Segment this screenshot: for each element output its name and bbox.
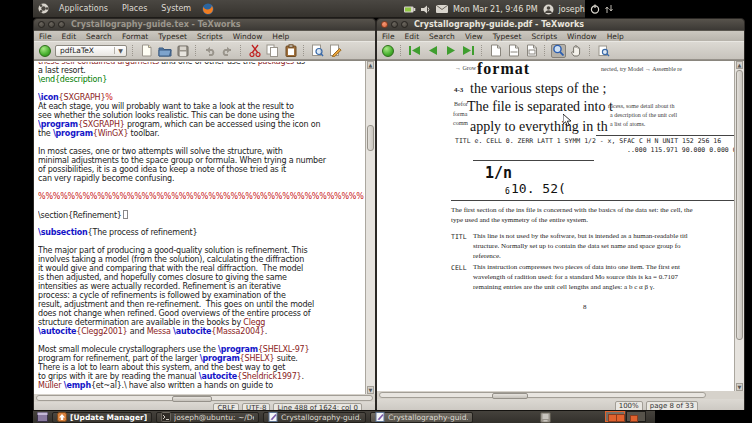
editor-line[interactable]: \subsection{The process of refinement} bbox=[38, 228, 364, 237]
typeset-button[interactable] bbox=[37, 44, 52, 58]
menu-item-typeset[interactable]: Typeset bbox=[153, 32, 192, 41]
clock[interactable]: Mon Mar 21, 9:46 PM bbox=[453, 5, 538, 14]
cut-button[interactable] bbox=[247, 44, 262, 58]
scrollbar-thumb[interactable] bbox=[736, 70, 743, 340]
firefox-icon[interactable] bbox=[202, 3, 214, 15]
scroll-down-arrow[interactable]: ▼ bbox=[736, 383, 743, 391]
editor-line[interactable]: There is a lot to learn about this syste… bbox=[38, 363, 364, 372]
ubuntu-logo-icon[interactable] bbox=[38, 3, 49, 14]
menu-item-format[interactable]: Format bbox=[117, 32, 153, 41]
menu-item-window[interactable]: Window bbox=[228, 32, 268, 41]
minimize-button[interactable] bbox=[391, 21, 398, 28]
scroll-up-arrow[interactable]: ▲ bbox=[736, 61, 743, 69]
menu-item-help[interactable]: Help bbox=[602, 32, 629, 41]
editor-horizontal-scrollbar[interactable] bbox=[34, 394, 375, 402]
editor-text[interactable]: these self-contained arguments and one o… bbox=[38, 62, 364, 390]
editor-line[interactable]: \icon{SXGRAPH}% bbox=[38, 93, 364, 102]
copy-button[interactable] bbox=[265, 44, 280, 58]
save-button[interactable] bbox=[175, 44, 190, 58]
editor-line[interactable]: result, adjustment and then re-refinemen… bbox=[38, 300, 364, 309]
menu-item-search[interactable]: Search bbox=[81, 32, 117, 41]
menu-item-window[interactable]: Window bbox=[562, 32, 602, 41]
close-button[interactable] bbox=[381, 21, 388, 28]
editor-line[interactable] bbox=[38, 84, 364, 93]
editor-line[interactable]: is then adjusted, and hopefully comes cl… bbox=[38, 273, 364, 282]
editor-line[interactable]: At each stage, you will probably want to… bbox=[38, 102, 364, 111]
editor-line[interactable]: The major part of producing a good-quali… bbox=[38, 246, 364, 255]
editor-line[interactable]: to grips with it are by reading the manu… bbox=[38, 372, 364, 381]
minimize-button[interactable] bbox=[48, 21, 55, 28]
tray-icon[interactable] bbox=[540, 412, 551, 423]
paste-button[interactable] bbox=[283, 44, 298, 58]
battery-icon[interactable] bbox=[404, 5, 416, 14]
editor-line[interactable]: process: a cycle of refinements is follo… bbox=[38, 291, 364, 300]
replace-button[interactable] bbox=[328, 44, 343, 58]
editor-line[interactable]: structure determination are available in… bbox=[38, 318, 364, 327]
hand-tool-button[interactable] bbox=[569, 44, 584, 58]
user-menu-icon[interactable] bbox=[543, 4, 554, 15]
editor-line[interactable]: \program{SXGRAPH} program, which can be … bbox=[38, 120, 364, 129]
previous-page-button[interactable] bbox=[425, 44, 440, 58]
editor-line[interactable]: see whether the solution looks realistic… bbox=[38, 111, 364, 120]
actual-size-button[interactable] bbox=[488, 44, 503, 58]
fit-width-button[interactable] bbox=[506, 44, 521, 58]
find-button[interactable] bbox=[310, 44, 325, 58]
hscrollbar-thumb[interactable] bbox=[172, 396, 212, 402]
workspace-1[interactable] bbox=[605, 411, 625, 422]
taskbar-window-button[interactable]: joseph@ubuntu: ~/De... bbox=[156, 412, 259, 423]
editor-line[interactable] bbox=[38, 183, 364, 192]
volume-icon[interactable] bbox=[421, 5, 431, 14]
menu-item-typeset[interactable]: Typeset bbox=[488, 32, 527, 41]
menu-item-edit[interactable]: Edit bbox=[57, 32, 82, 41]
redo-button[interactable] bbox=[220, 44, 235, 58]
editor-content[interactable]: these self-contained arguments and one o… bbox=[34, 60, 375, 394]
menu-item-view[interactable]: View bbox=[460, 32, 488, 41]
menu-item-scripts[interactable]: Scripts bbox=[192, 32, 228, 41]
first-page-button[interactable] bbox=[407, 44, 422, 58]
editor-line[interactable]: it would give and comparing that with th… bbox=[38, 264, 364, 273]
close-button[interactable] bbox=[38, 21, 45, 28]
open-button[interactable] bbox=[157, 44, 172, 58]
editor-line[interactable]: Most small molecule crystallographers us… bbox=[38, 345, 364, 354]
power-icon[interactable] bbox=[590, 4, 600, 14]
pdf-vertical-scrollbar[interactable]: ▲ ▼ bbox=[734, 61, 744, 391]
editor-line[interactable]: Müller \emph{et~al}.\ have also written … bbox=[38, 381, 364, 390]
undo-button[interactable] bbox=[202, 44, 217, 58]
editor-line[interactable]: \autocite{Clegg2001} and Messa \autocite… bbox=[38, 327, 364, 336]
editor-line[interactable]: \end{description} bbox=[38, 75, 364, 84]
magnifier-tool-button[interactable] bbox=[551, 44, 566, 58]
menu-item-applications[interactable]: Applications bbox=[52, 4, 115, 13]
find-button[interactable] bbox=[596, 44, 611, 58]
editor-vertical-scrollbar[interactable]: ▲ ▼ bbox=[365, 61, 375, 394]
fit-window-button[interactable] bbox=[524, 44, 539, 58]
menu-item-search[interactable]: Search bbox=[424, 32, 460, 41]
menu-item-scripts[interactable]: Scripts bbox=[526, 32, 562, 41]
editor-line[interactable]: involves taking a model (from the soluti… bbox=[38, 255, 364, 264]
mail-indicator-icon[interactable] bbox=[436, 5, 448, 13]
scroll-up-arrow[interactable]: ▲ bbox=[367, 61, 374, 69]
last-page-button[interactable] bbox=[461, 44, 476, 58]
editor-line[interactable] bbox=[38, 201, 364, 210]
taskbar-window-button[interactable]: [Update Manager] bbox=[52, 412, 152, 423]
editor-line[interactable]: of possibilities, it is a good idea to k… bbox=[38, 165, 364, 174]
workspace-2[interactable] bbox=[626, 411, 646, 422]
maximize-button[interactable] bbox=[401, 21, 408, 28]
menu-item-help[interactable]: Help bbox=[267, 32, 294, 41]
pdf-titlebar[interactable]: Crystallography-guide.pdf - TeXworks bbox=[377, 19, 744, 30]
editor-line[interactable]: can very rapidly become confusing. bbox=[38, 174, 364, 183]
username[interactable]: joseph bbox=[559, 5, 585, 14]
typeset-button[interactable] bbox=[380, 44, 395, 58]
editor-line[interactable]: In most cases, one or two attempts will … bbox=[38, 147, 364, 156]
pdf-horizontal-scrollbar[interactable] bbox=[377, 391, 744, 399]
editor-line[interactable]: minimal adjustments to the space group o… bbox=[38, 156, 364, 165]
keyboard-indicator-icon[interactable] bbox=[605, 4, 613, 14]
editor-line[interactable] bbox=[38, 336, 364, 345]
menu-item-places[interactable]: Places bbox=[115, 4, 154, 13]
editor-line[interactable]: the \program{WinGX} toolbar. bbox=[38, 129, 364, 138]
hscrollbar-thumb[interactable] bbox=[492, 393, 528, 399]
editor-line[interactable]: %%%%%%%%%%%%%%%%%%%%%%%%%%%%%%%%%%%%%%%%… bbox=[38, 192, 364, 201]
editor-line[interactable]: a last resort. bbox=[38, 66, 364, 75]
menu-item-file[interactable]: File bbox=[377, 32, 400, 41]
scroll-down-arrow[interactable]: ▼ bbox=[367, 386, 374, 394]
new-file-button[interactable] bbox=[139, 44, 154, 58]
